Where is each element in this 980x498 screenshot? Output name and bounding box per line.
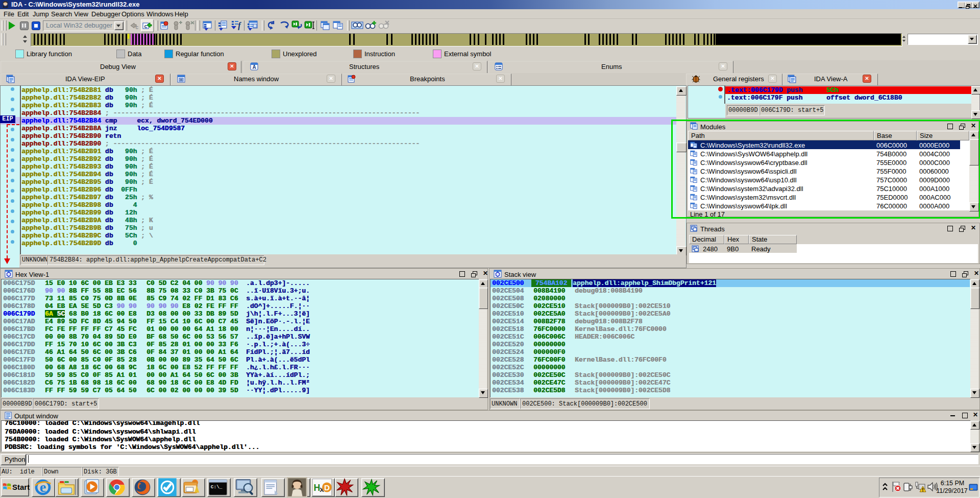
svg-text:c: c [144, 23, 147, 29]
svg-text:f: f [238, 21, 241, 30]
svg-text:c: c [135, 25, 139, 31]
svg-text:A: A [252, 64, 256, 70]
svg-text:C:\_: C:\_ [211, 484, 223, 490]
svg-text:D: D [324, 483, 330, 492]
